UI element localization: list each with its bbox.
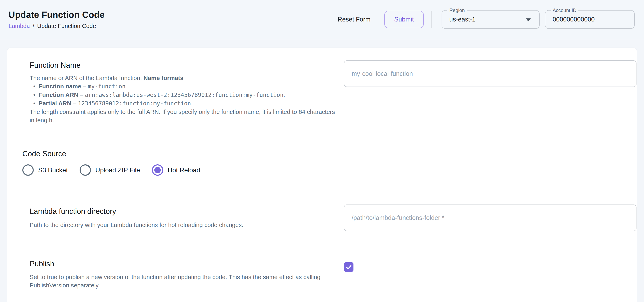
code-source-radio-group: S3 Bucket Upload ZIP File Hot Reload <box>22 164 212 176</box>
title-block: Update Function Code Lambda / Update Fun… <box>8 10 104 29</box>
directory-input-col <box>344 204 636 231</box>
radio-icon <box>80 164 91 176</box>
section-code-source: Code Source S3 Bucket Upload ZIP File Ho… <box>22 136 622 192</box>
radio-icon <box>152 164 163 176</box>
section-function-directory: Lambda function directory Path to the di… <box>22 192 622 244</box>
directory-description: Path to the directory with your Lambda f… <box>30 221 339 229</box>
submit-button[interactable]: Submit <box>384 11 424 28</box>
account-id-fieldset: Account ID <box>545 10 635 29</box>
update-function-code-page: Update Function Code Lambda / Update Fun… <box>0 0 644 302</box>
function-name-heading: Function Name <box>30 60 339 70</box>
directory-input[interactable] <box>344 204 636 231</box>
breadcrumb-link-lambda[interactable]: Lambda <box>8 23 30 29</box>
account-id-label: Account ID <box>550 7 578 13</box>
publish-checkbox-col <box>344 259 622 272</box>
main-content: Function Name The name or ARN of the Lam… <box>0 39 644 302</box>
account-id-input[interactable] <box>545 16 634 23</box>
header-actions: Reset Form Submit Region us-east-1 Accou… <box>332 10 635 29</box>
publish-info: Publish Set to true to publish a new ver… <box>22 259 339 290</box>
publish-checkbox[interactable] <box>344 262 354 272</box>
page-title: Update Function Code <box>8 10 104 20</box>
form-card: Function Name The name or ARN of the Lam… <box>7 48 637 302</box>
breadcrumb-separator: / <box>33 23 34 29</box>
list-item: Function name – my-function. <box>30 82 339 91</box>
region-select-label: Region <box>447 7 467 13</box>
directory-heading: Lambda function directory <box>30 207 339 216</box>
list-item: Function ARN – arn:aws:lambda:us-west-2:… <box>30 91 339 99</box>
function-name-intro-bold: Name formats <box>144 75 184 81</box>
function-name-outro: The length constraint applies only to th… <box>30 108 335 124</box>
function-name-info: Function Name The name or ARN of the Lam… <box>22 60 339 124</box>
list-item: Partial ARN – 123456789012:function:my-f… <box>30 99 339 108</box>
chevron-down-icon <box>526 18 531 21</box>
region-select[interactable]: Region us-east-1 <box>442 10 540 29</box>
radio-option-hot-reload[interactable]: Hot Reload <box>152 164 200 176</box>
directory-info: Lambda function directory Path to the di… <box>22 204 339 229</box>
radio-option-upload-zip[interactable]: Upload ZIP File <box>80 164 140 176</box>
radio-icon <box>22 164 34 176</box>
reset-form-button[interactable]: Reset Form <box>332 12 376 27</box>
publish-heading: Publish <box>30 259 339 269</box>
page-header: Update Function Code Lambda / Update Fun… <box>0 0 644 39</box>
function-name-intro: The name or ARN of the Lambda function. <box>30 75 144 81</box>
breadcrumb: Lambda / Update Function Code <box>8 23 104 29</box>
function-name-description: The name or ARN of the Lambda function. … <box>30 74 339 124</box>
radio-option-s3-bucket[interactable]: S3 Bucket <box>22 164 68 176</box>
breadcrumb-current: Update Function Code <box>37 23 96 29</box>
function-name-input-col <box>344 60 636 87</box>
code-source-heading: Code Source <box>22 149 66 159</box>
name-format-list: Function name – my-function. Function AR… <box>30 82 339 108</box>
header-vertical-divider <box>432 11 432 28</box>
section-publish: Publish Set to true to publish a new ver… <box>22 244 622 290</box>
publish-description: Set to true to publish a new version of … <box>30 273 339 290</box>
region-select-value: us-east-1 <box>442 16 476 23</box>
check-icon <box>345 264 352 271</box>
section-function-name: Function Name The name or ARN of the Lam… <box>22 60 622 136</box>
function-name-input[interactable] <box>344 60 636 87</box>
